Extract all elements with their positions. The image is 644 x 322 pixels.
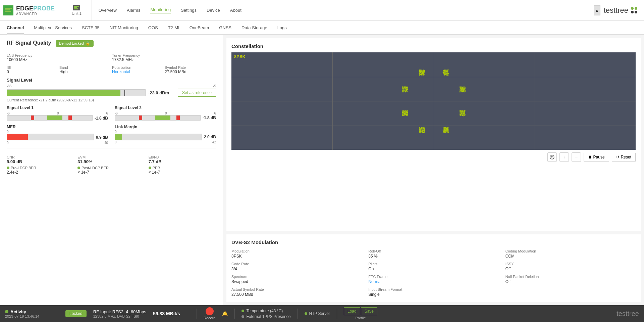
sl1-min: -6 xyxy=(7,111,10,115)
tab-t2mi[interactable]: T2-MI xyxy=(168,22,179,34)
signal-level-bar xyxy=(7,89,146,96)
tuner-freq-item: Tuner Frequency 1782.5 MHz xyxy=(112,53,216,62)
signal-params: ISI 0 Band High Polarization Horizontal … xyxy=(7,65,216,74)
logo-text: EDGE PROBE ADVANCED xyxy=(16,5,55,16)
signal-level-1-section: Signal Level 1 -6 0 6 -1.8 dB xyxy=(7,105,108,121)
unit-selector[interactable]: Unit 1 xyxy=(65,5,88,15)
svg-point-6 xyxy=(551,156,553,158)
reset-icon: ↺ xyxy=(616,155,620,159)
tab-scte35[interactable]: SCTE 35 xyxy=(82,22,100,34)
pause-button[interactable]: ⏸ Pause xyxy=(584,153,609,162)
svg-point-7 xyxy=(550,155,554,159)
constellation-settings-button[interactable] xyxy=(547,152,557,162)
mer-lm-section: MER 0 9.9 dB 0 40 Link Margin xyxy=(7,125,216,145)
symbol-rate-value: 27.500 MBd xyxy=(165,70,186,74)
tab-multiplex[interactable]: Multiplex - Services xyxy=(34,22,72,34)
nav-device[interactable]: Device xyxy=(207,8,220,13)
lnb-freq-value: 10600 MHz xyxy=(7,57,27,62)
symbol-rate-label: Symbol Rate xyxy=(165,65,216,70)
tab-channel[interactable]: Channel xyxy=(7,22,24,34)
bitrate: 59.88 MBit/s xyxy=(153,311,190,316)
fec-frame-item: FEC Frame Normal xyxy=(368,275,498,284)
nav-monitoring[interactable]: Monitoring xyxy=(150,7,171,13)
constellation-panel: Constellation 8PSK + − ⏸ xyxy=(226,38,641,231)
coding-mod-item: Coding Modulation CCM xyxy=(505,249,636,259)
collapse-button[interactable]: ▲ xyxy=(594,5,600,15)
tab-nit[interactable]: NIT Monitoring xyxy=(110,22,138,34)
testtree-text: testtree xyxy=(604,6,628,15)
stats-row: CNR 9.90 dB EVM 31.90% Eb/N0 7.7 dB xyxy=(7,155,216,164)
tab-onebeam[interactable]: OneBeam xyxy=(190,22,209,34)
nav-about[interactable]: About xyxy=(230,8,241,13)
tab-logs[interactable]: Logs xyxy=(277,22,287,34)
sl2-value: -1.8 dB xyxy=(203,116,216,120)
link-margin-section: Link Margin 0 2.0 dB 0 42 xyxy=(115,125,216,145)
svg-rect-3 xyxy=(74,6,79,7)
issy-value: Off xyxy=(505,267,511,271)
constellation-display: 8PSK xyxy=(231,52,636,150)
load-button[interactable]: Load xyxy=(344,307,360,315)
sl2-zero: 0 xyxy=(165,111,167,115)
set-as-reference-button[interactable]: Set as reference xyxy=(178,89,216,97)
signal-level-2-section: Signal Level 2 -6 0 6 -1.8 dB xyxy=(115,105,216,121)
ntp-label: NTP Server xyxy=(309,311,330,316)
testtree-dots xyxy=(631,7,637,13)
testtree-label-bottom: testtree xyxy=(616,310,639,317)
main-nav: Overview Alarms Monitoring Settings Devi… xyxy=(92,7,594,13)
fec-frame-value: Normal xyxy=(368,279,381,284)
testtree-logo-bottom: testtree xyxy=(616,310,639,318)
nav-settings[interactable]: Settings xyxy=(181,8,197,13)
spectrum-item: Spectrum Swapped xyxy=(231,275,362,284)
dot-3 xyxy=(631,11,634,13)
nav-overview[interactable]: Overview xyxy=(99,8,117,13)
pause-icon: ⏸ xyxy=(588,155,592,159)
dvbs2-grid: Modulation 8PSK Roll-Off 35 % Coding Mod… xyxy=(231,249,636,297)
bell-icon[interactable]: 🔔 xyxy=(222,311,228,316)
demod-locked-badge: Demod Locked 🔒 xyxy=(56,40,94,47)
tab-qos[interactable]: QOS xyxy=(148,22,158,34)
tab-data-storage[interactable]: Data Storage xyxy=(241,22,267,34)
mer-scale: 0 40 xyxy=(7,141,108,145)
zoom-out-button[interactable]: − xyxy=(572,152,581,162)
external-pps-label: External 1PPS Presence xyxy=(246,314,290,319)
sl1-value: -1.8 dB xyxy=(95,116,108,121)
constellation-controls: + − ⏸ Pause ↺ Reset xyxy=(231,152,636,162)
tab-gnss[interactable]: GNSS xyxy=(219,22,231,34)
signal-levels-dual: Signal Level 1 -6 0 6 -1.8 dB Signal Lev… xyxy=(7,105,216,121)
lm-bar xyxy=(115,134,202,140)
divider-2 xyxy=(234,309,235,319)
mer-bar xyxy=(7,134,94,140)
pps-dot xyxy=(241,315,244,318)
sl1-bar xyxy=(7,115,93,121)
roll-off-label: Roll-Off xyxy=(368,249,498,253)
record-section: Record xyxy=(204,307,215,320)
post-ldcp-value: < 1e-7 xyxy=(77,170,89,175)
dot-1 xyxy=(631,7,634,10)
mer-scale-zero: 0 xyxy=(7,130,108,134)
divider-1 xyxy=(197,309,197,319)
rf-input-sub: 12382.5 MHz, DVB-S2, ISI0 xyxy=(93,314,146,318)
actual-symbol-rate-value: 27.500 MBd xyxy=(231,292,253,297)
reset-button[interactable]: ↺ Reset xyxy=(612,153,636,162)
band-item: Band High xyxy=(59,65,111,74)
save-button[interactable]: Save xyxy=(361,307,377,315)
svg-rect-2 xyxy=(5,11,11,12)
temperature-label: Temperature (43 °C) xyxy=(246,309,283,313)
current-reference: Current Reference: -21.2 dBm (2023-07-12… xyxy=(7,98,216,102)
pause-label: Pause xyxy=(593,155,605,159)
input-stream-label: Input Stream Format xyxy=(368,287,498,291)
nav-alarms[interactable]: Alarms xyxy=(127,8,140,13)
zoom-in-button[interactable]: + xyxy=(559,152,569,162)
polarization-label: Polarization xyxy=(112,65,163,70)
symbol-rate-item: Symbol Rate 27.500 MBd xyxy=(165,65,216,74)
temp-dot xyxy=(241,310,244,312)
temp-section: Temperature (43 °C) External 1PPS Presen… xyxy=(241,309,290,319)
dvbs2-title: DVB-S2 Modulation xyxy=(231,239,636,245)
status-bar: Activity 2023-07-19 13:46:14 Locked RF I… xyxy=(0,305,644,322)
record-button[interactable] xyxy=(206,307,214,315)
polarization-item: Polarization Horizontal xyxy=(112,65,163,74)
edge-probe-icon xyxy=(3,5,13,15)
locked-badge: Locked xyxy=(65,310,87,317)
pre-ldcp-ber-item: Pre-LDCP BER 2.4e-2 xyxy=(7,166,74,175)
signal-level-1-title: Signal Level 1 xyxy=(7,105,108,110)
